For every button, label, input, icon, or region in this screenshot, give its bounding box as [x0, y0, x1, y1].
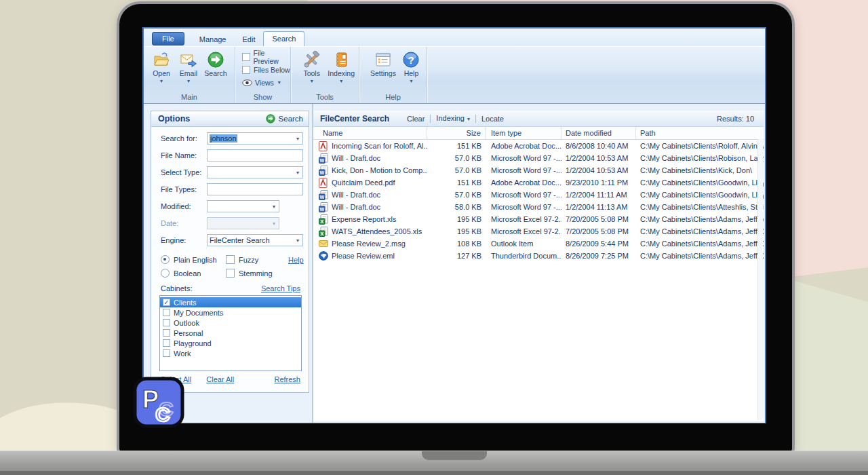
clear-all-link[interactable]: Clear All [206, 375, 234, 383]
dropdown-arrow-icon[interactable]: ▾ [293, 238, 302, 244]
column-header-size[interactable]: Size [427, 127, 486, 139]
dropdown-arrow-icon[interactable]: ▾ [187, 78, 190, 85]
result-row[interactable]: XWATS_Attendees_2005.xls195 KBMicrosoft … [313, 225, 764, 238]
result-size-cell: 108 KB [427, 240, 486, 248]
result-row[interactable]: WKick, Don - Motion to Comp...57.0 KBMic… [313, 164, 764, 176]
result-row[interactable]: Incoming Scan for Roloff, Al...151 KBAdo… [313, 140, 764, 152]
dropdown-arrow-icon[interactable]: ▾ [293, 170, 302, 176]
file-name-input[interactable] [207, 149, 303, 162]
column-header-path[interactable]: Path [636, 127, 764, 139]
cabinets-label: Cabinets: [161, 284, 192, 292]
dropdown-arrow-icon[interactable]: ▾ [278, 79, 281, 86]
result-row[interactable]: Please Review.eml127 KBThunderbird Docum… [313, 250, 764, 262]
thunderbird-file-icon [319, 251, 328, 261]
tab-search[interactable]: Search [263, 31, 304, 46]
cabinet-checkbox[interactable] [163, 329, 170, 337]
cabinet-checkbox[interactable] [163, 339, 170, 347]
stemming-checkbox[interactable]: Stemming [226, 269, 288, 278]
result-row[interactable]: WWill - Draft.doc57.0 KBMicrosoft Word 9… [313, 189, 764, 201]
result-row[interactable]: Quitclaim Deed.pdf151 KBAdobe Acrobat Do… [313, 176, 764, 189]
locate-button[interactable]: Locate [481, 115, 504, 123]
filecenter-logo: C C P [133, 377, 184, 428]
clear-button[interactable]: Clear [407, 115, 425, 123]
result-type-cell: Microsoft Word 97 -... [486, 166, 561, 174]
result-row[interactable]: XExpense Report.xls195 KBMicrosoft Excel… [313, 213, 764, 225]
result-type-cell: Adobe Acrobat Doc... [486, 142, 561, 150]
svg-text:W: W [319, 170, 324, 174]
settings-label: Settings [370, 69, 396, 78]
result-name-text: Incoming Scan for Roloff, Al... [332, 142, 427, 150]
word-file-icon: W [319, 190, 328, 200]
dropdown-arrow-icon[interactable]: ▾ [340, 78, 342, 85]
column-header-item-type[interactable]: Item type [486, 127, 561, 139]
search-for-combo[interactable]: johnson▾ [207, 132, 303, 145]
result-row[interactable]: WWill - Draft.doc58.0 KBMicrosoft Word 9… [313, 201, 764, 213]
ribbon-group-main: Open▾Email▾Search Main [144, 47, 235, 103]
help-link[interactable]: Help [288, 256, 304, 264]
column-header-name[interactable]: Name [313, 127, 427, 139]
indexing-button[interactable]: Indexing▾ [328, 50, 355, 85]
result-type-cell: Microsoft Word 97 -... [486, 191, 561, 199]
file-preview-checkbox[interactable]: File Preview [242, 50, 290, 63]
search-tips-link[interactable]: Search Tips [261, 284, 300, 292]
plain-english-radio[interactable]: Plain English [161, 255, 226, 264]
result-row[interactable]: WWill - Draft.doc57.0 KBMicrosoft Word 9… [313, 152, 764, 164]
refresh-link[interactable]: Refresh [274, 375, 300, 383]
views-button[interactable]: Views ▾ [242, 76, 290, 89]
dropdown-arrow-icon[interactable]: ▾ [269, 204, 279, 210]
dropdown-arrow-icon[interactable]: ▾ [311, 78, 313, 85]
cabinet-checkbox[interactable]: ✓ [163, 299, 170, 306]
result-name-cell: Quitclaim Deed.pdf [313, 178, 427, 188]
search-go-icon [207, 50, 224, 69]
dropdown-arrow-icon[interactable]: ▾ [293, 136, 302, 142]
tools-button[interactable]: Tools▾ [300, 50, 323, 85]
dropdown-arrow-icon[interactable]: ▾ [410, 78, 412, 85]
email-button[interactable]: Email▾ [175, 50, 202, 85]
result-type-cell: Adobe Acrobat Doc... [486, 178, 561, 187]
result-type-cell: Microsoft Word 97 -... [486, 203, 561, 211]
cabinet-item-my-documents[interactable]: My Documents [160, 307, 301, 318]
search-go-icon [266, 114, 275, 124]
ribbon: Open▾Email▾Search Main File Preview File… [144, 46, 765, 104]
result-name-cell: XExpense Report.xls [313, 214, 427, 225]
results-count: Results: 10 [717, 115, 754, 123]
laptop-base [0, 451, 868, 475]
settings-button[interactable]: Settings [370, 50, 396, 85]
help-button[interactable]: ?Help▾ [400, 50, 422, 85]
cabinet-item-playground[interactable]: Playground [160, 338, 301, 348]
column-header-date-modified[interactable]: Date modified [561, 127, 636, 139]
result-path-cell: C:\My Cabinets\Clients\Adams, Jeff\Cor [636, 227, 764, 235]
vertical-scrollbar[interactable] [757, 139, 763, 420]
email-label: Email [180, 69, 197, 78]
cabinet-checkbox[interactable] [163, 319, 170, 326]
laptop-base-edge [0, 471, 868, 475]
result-name-text: Kick, Don - Motion to Comp... [332, 166, 427, 174]
excel-file-icon: X [319, 227, 328, 237]
result-row[interactable]: Please Review_2.msg108 KBOutlook Item8/2… [313, 238, 764, 250]
result-name-cell: XWATS_Attendees_2005.xls [313, 227, 427, 237]
word-file-icon: W [319, 166, 328, 176]
cabinet-item-clients[interactable]: ✓Clients [160, 297, 301, 307]
cabinet-item-work[interactable]: Work [160, 348, 301, 358]
cabinet-checkbox[interactable] [163, 349, 170, 357]
result-modified-cell: 1/2/2004 10:53 AM [561, 154, 636, 162]
files-below-checkbox[interactable]: Files Below [242, 63, 290, 76]
open-button[interactable]: Open▾ [148, 50, 175, 85]
cabinet-checkbox[interactable] [163, 309, 170, 316]
fuzzy-checkbox[interactable]: Fuzzy [226, 255, 288, 264]
tab-manage[interactable]: Manage [191, 33, 235, 46]
select-type-combo[interactable]: ▾ [207, 166, 303, 178]
options-search-button[interactable]: Search [266, 114, 303, 124]
tab-file[interactable]: File [152, 32, 184, 45]
file-types-input[interactable] [207, 183, 303, 195]
cabinet-item-personal[interactable]: Personal [160, 328, 301, 338]
engine-combo[interactable]: FileCenter Search▾ [207, 234, 303, 246]
indexing-button[interactable]: Indexing▾ [436, 114, 470, 123]
dropdown-arrow-icon[interactable]: ▾ [160, 78, 163, 85]
tools-icon [303, 50, 321, 69]
cabinet-item-outlook[interactable]: Outlook [160, 318, 301, 328]
search-button[interactable]: Search [202, 50, 229, 85]
boolean-radio[interactable]: Boolean [161, 269, 226, 278]
tab-edit[interactable]: Edit [235, 33, 264, 46]
modified-combo[interactable]: ▾ [207, 200, 279, 212]
